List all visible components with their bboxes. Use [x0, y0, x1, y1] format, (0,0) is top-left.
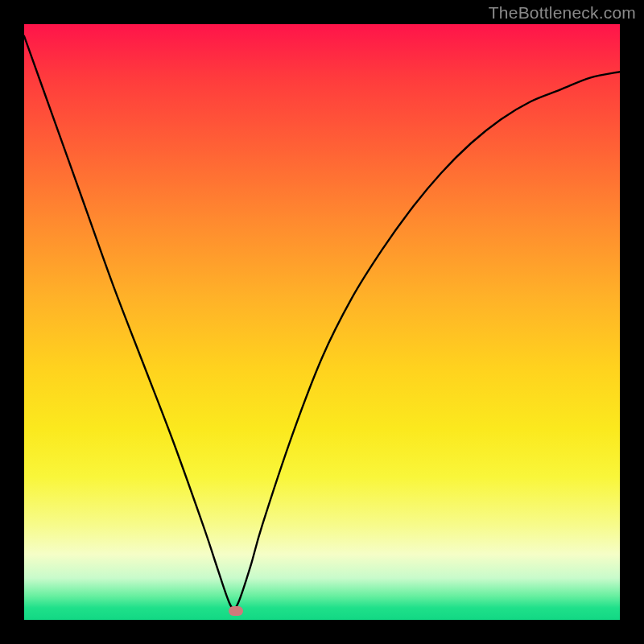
optimum-marker	[229, 606, 243, 616]
bottleneck-curve	[24, 24, 620, 620]
chart-frame: TheBottleneck.com	[0, 0, 644, 644]
plot-area	[24, 24, 620, 620]
watermark-text: TheBottleneck.com	[489, 3, 636, 23]
